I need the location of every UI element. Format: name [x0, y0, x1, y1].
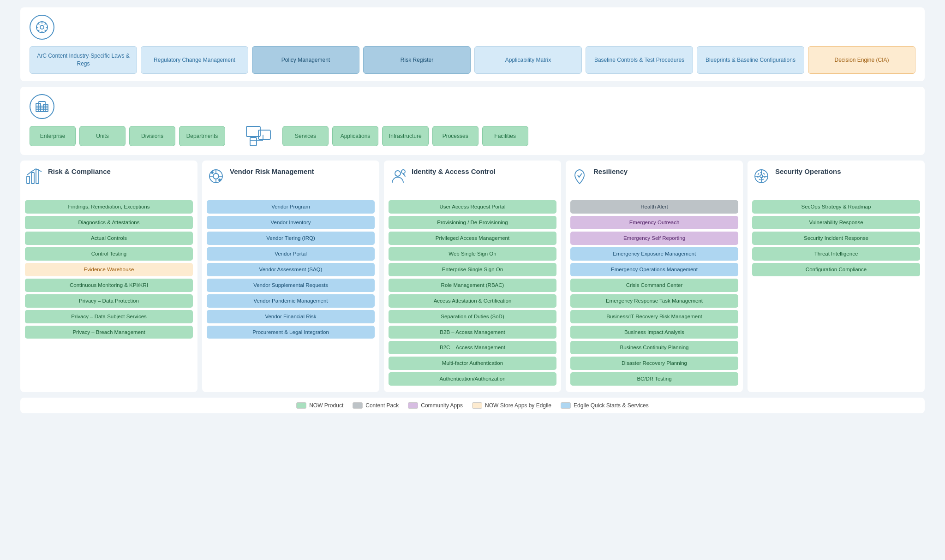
hierarchy-left-2: Divisions: [129, 126, 175, 146]
legend-box-2: [408, 402, 418, 409]
gov-card-4: Applicability Matrix: [474, 46, 582, 74]
risk-compliance-item-2: Actual Controls: [25, 232, 193, 245]
legend-label-1: Content Pack: [365, 402, 399, 409]
security-ops-item-4: Configuration Compliance: [752, 263, 920, 276]
column-security-ops: Security OperationsSecOps Strategy & Roa…: [748, 161, 925, 392]
risk-compliance-item-4: Evidence Warehouse: [25, 263, 193, 276]
identity-access-title: Identity & Access Control: [412, 167, 496, 176]
security-ops-item-1: Vulnerability Response: [752, 216, 920, 229]
legend-label-0: NOW Product: [309, 402, 343, 409]
svg-point-32: [219, 179, 221, 181]
risk-compliance-item-5: Continuous Monitoring & KPI/KRI: [25, 279, 193, 292]
legend-box-3: [472, 402, 482, 409]
security-ops-item-0: SecOps Strategy & Roadmap: [752, 200, 920, 214]
risk-compliance-item-6: Privacy – Data Protection: [25, 294, 193, 308]
hierarchy-right-2: Infrastructure: [382, 126, 429, 146]
hierarchy-right-items: ServicesApplicationsInfrastructureProces…: [282, 126, 528, 146]
vendor-risk-item-2: Vendor Tiering (IRQ): [207, 232, 375, 245]
svg-line-6: [38, 24, 40, 25]
risk-compliance-title: Risk & Compliance: [48, 167, 111, 176]
risk-compliance-item-8: Privacy – Breach Management: [25, 326, 193, 339]
hierarchy-left-0: Enterprise: [30, 126, 76, 146]
risk-compliance-items: Findings, Remediation, ExceptionsDiagnos…: [25, 200, 193, 339]
risk-compliance-item-0: Findings, Remediation, Exceptions: [25, 200, 193, 214]
vendor-risk-item-8: Procurement & Legal Integration: [207, 326, 375, 339]
gov-card-1: Regulatory Change Management: [141, 46, 248, 74]
gov-card-3: Risk Register: [363, 46, 471, 74]
column-identity-access: Identity & Access ControlUser Access Req…: [384, 161, 561, 392]
svg-point-34: [401, 170, 405, 173]
legend-item-0: NOW Product: [296, 402, 343, 409]
legend: NOW ProductContent PackCommunity AppsNOW…: [20, 398, 925, 413]
hierarchy-left-1: Units: [79, 126, 126, 146]
gov-card-2: Policy Management: [252, 46, 359, 74]
vendor-risk-item-7: Vendor Financial Risk: [207, 310, 375, 323]
legend-box-4: [561, 402, 571, 409]
svg-rect-17: [250, 137, 257, 146]
legend-label-3: NOW Store Apps by Edgile: [485, 402, 551, 409]
governance-cards-row: ArC Content Industry-Specific Laws & Reg…: [30, 46, 915, 74]
resiliency-item-0: Health Alert: [570, 200, 738, 214]
gov-card-5: Baseline Controls & Test Procedures: [586, 46, 693, 74]
hierarchy-content: EnterpriseUnitsDivisionsDepartments Serv…: [30, 125, 915, 148]
hierarchy-section: EnterpriseUnitsDivisionsDepartments Serv…: [20, 87, 925, 155]
identity-access-item-11: Authentication/Authorization: [389, 372, 556, 386]
legend-label-2: Community Apps: [421, 402, 463, 409]
security-ops-item-2: Security Incident Response: [752, 232, 920, 245]
resiliency-item-10: Disaster Recovery Planning: [570, 357, 738, 370]
svg-rect-10: [36, 103, 41, 112]
resiliency-item-8: Business Impact Analysis: [570, 326, 738, 339]
vendor-risk-item-0: Vendor Program: [207, 200, 375, 214]
svg-line-8: [45, 24, 46, 25]
column-header-vendor-risk: Vendor Risk Management: [207, 167, 375, 195]
vendor-risk-item-3: Vendor Portal: [207, 247, 375, 261]
resiliency-title: Resiliency: [593, 167, 628, 176]
identity-access-icon: [389, 167, 407, 185]
hierarchy-left-3: Departments: [179, 126, 225, 146]
column-resiliency: ResiliencyHealth AlertEmergency Outreach…: [566, 161, 743, 392]
risk-compliance-item-1: Diagnostics & Attestations: [25, 216, 193, 229]
column-header-risk-compliance: Risk & Compliance: [25, 167, 193, 195]
security-ops-title: Security Operations: [775, 167, 841, 176]
legend-box-0: [296, 402, 306, 409]
risk-compliance-item-3: Control Testing: [25, 247, 193, 261]
identity-access-item-9: B2C – Access Management: [389, 341, 556, 354]
svg-point-1: [40, 25, 44, 29]
gov-card-7: Decision Engine (CIA): [808, 46, 915, 74]
column-vendor-risk: Vendor Risk ManagementVendor ProgramVend…: [202, 161, 379, 392]
governance-header: [30, 15, 915, 40]
hierarchy-icon: [30, 94, 54, 119]
legend-item-4: Edgile Quick Starts & Services: [561, 402, 649, 409]
security-ops-items: SecOps Strategy & RoadmapVulnerability R…: [752, 200, 920, 276]
identity-access-item-0: User Access Request Portal: [389, 200, 556, 214]
gov-card-0: ArC Content Industry-Specific Laws & Reg…: [30, 46, 137, 74]
vendor-risk-item-1: Vendor Inventory: [207, 216, 375, 229]
risk-compliance-item-7: Privacy – Data Subject Services: [25, 310, 193, 323]
vendor-risk-item-5: Vendor Supplemental Requests: [207, 279, 375, 292]
hierarchy-right-3: Processes: [432, 126, 478, 146]
identity-access-item-3: Web Single Sign On: [389, 247, 556, 261]
vendor-risk-title: Vendor Risk Management: [230, 167, 314, 176]
svg-point-36: [760, 175, 763, 178]
svg-line-9: [38, 30, 40, 31]
resiliency-icon: [570, 167, 589, 185]
governance-icon: [30, 15, 54, 40]
legend-label-4: Edgile Quick Starts & Services: [574, 402, 649, 409]
resiliency-items: Health AlertEmergency OutreachEmergency …: [570, 200, 738, 386]
resiliency-item-4: Emergency Operations Management: [570, 263, 738, 276]
identity-access-item-7: Separation of Duties (SoD): [389, 310, 556, 323]
resiliency-item-6: Emergency Response Task Management: [570, 294, 738, 308]
svg-point-26: [213, 173, 219, 179]
gov-card-6: Blueprints & Baseline Configurations: [697, 46, 804, 74]
resiliency-item-9: Business Continuity Planning: [570, 341, 738, 354]
hierarchy-right-0: Services: [282, 126, 329, 146]
identity-access-item-2: Privileged Access Management: [389, 232, 556, 245]
svg-point-31: [211, 172, 213, 173]
hierarchy-right-4: Facilities: [482, 126, 528, 146]
column-header-security-ops: Security Operations: [752, 167, 920, 195]
svg-rect-22: [27, 176, 30, 184]
legend-box-1: [353, 402, 363, 409]
columns-section: Risk & ComplianceFindings, Remediation, …: [20, 161, 925, 392]
resiliency-item-11: BC/DR Testing: [570, 372, 738, 386]
identity-access-item-8: B2B – Access Management: [389, 326, 556, 339]
